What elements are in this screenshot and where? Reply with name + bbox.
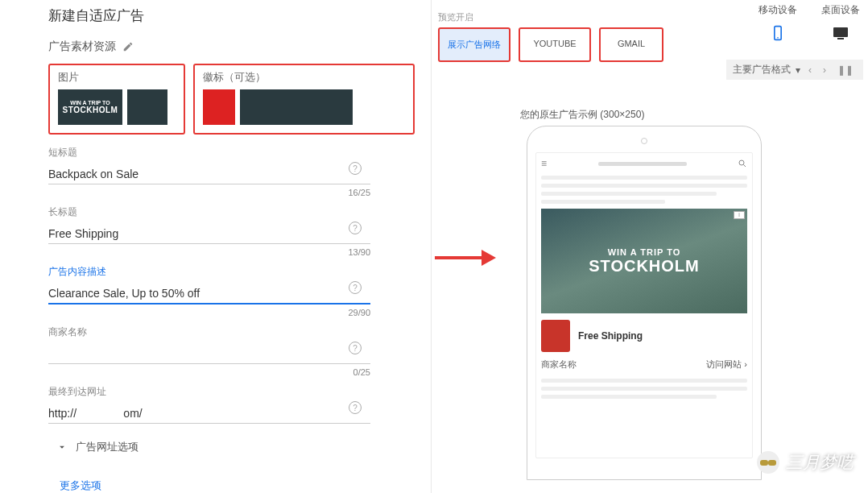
visit-link: 访问网站 › bbox=[706, 358, 747, 371]
svg-line-7 bbox=[743, 165, 746, 168]
business-name-field: 商家名称 ? 0/25 bbox=[48, 325, 415, 377]
final-url-input[interactable] bbox=[48, 404, 370, 424]
mobile-tab[interactable]: 移动设备 bbox=[758, 3, 797, 43]
logo-thumb bbox=[240, 89, 353, 125]
phone-preview: ≡ i WIN A TRIP TOSTOCKHOLM Free Shipping bbox=[527, 126, 762, 480]
page-title: 新建自适应广告 bbox=[48, 6, 415, 25]
ad-logo-preview bbox=[541, 320, 570, 352]
url-options-expand[interactable]: 广告网址选项 bbox=[56, 440, 415, 454]
ad-biz-preview: 商家名称 bbox=[541, 358, 577, 371]
long-headline-field: 长标题 ? 13/90 bbox=[48, 205, 415, 257]
short-headline-field: 短标题 ? 16/25 bbox=[48, 146, 415, 197]
svg-marker-5 bbox=[482, 250, 496, 266]
watermark: 三月梦呓 bbox=[757, 451, 854, 474]
assets-subtitle: 广告素材资源 bbox=[48, 39, 415, 54]
mobile-icon bbox=[770, 23, 786, 43]
ad-info-icon: i bbox=[734, 211, 745, 219]
desktop-icon bbox=[831, 23, 850, 43]
svg-rect-3 bbox=[837, 38, 844, 39]
logo-thumb bbox=[203, 89, 235, 125]
help-icon[interactable]: ? bbox=[349, 401, 362, 414]
short-headline-input[interactable] bbox=[48, 164, 370, 184]
description-input[interactable] bbox=[48, 284, 370, 304]
preview-label: 预览开启 bbox=[438, 11, 473, 23]
ad-image-preview: i WIN A TRIP TOSTOCKHOLM bbox=[541, 209, 747, 313]
preview-caption: 您的原生广告示例 (300×250) bbox=[520, 108, 644, 122]
help-icon[interactable]: ? bbox=[349, 342, 362, 354]
long-headline-input[interactable] bbox=[48, 224, 370, 244]
business-name-input[interactable] bbox=[48, 344, 370, 364]
wechat-icon bbox=[757, 451, 779, 474]
next-icon[interactable]: › bbox=[820, 64, 829, 76]
svg-point-1 bbox=[777, 37, 779, 39]
svg-point-6 bbox=[739, 160, 744, 165]
image-assets-box[interactable]: 图片 WIN A TRIP TOSTOCKHOLM bbox=[48, 64, 185, 135]
hamburger-icon: ≡ bbox=[541, 158, 547, 169]
final-url-field: 最终到达网址 ? bbox=[48, 385, 415, 424]
pencil-icon[interactable] bbox=[122, 41, 134, 52]
image-thumb: WIN A TRIP TOSTOCKHOLM bbox=[58, 89, 122, 125]
description-field: 广告内容描述 ? 29/90 bbox=[48, 265, 415, 317]
help-icon[interactable]: ? bbox=[349, 222, 362, 234]
image-thumb bbox=[127, 89, 167, 125]
help-icon[interactable]: ? bbox=[349, 281, 362, 294]
logo-assets-box[interactable]: 徽标（可选） bbox=[193, 64, 415, 135]
svg-rect-2 bbox=[833, 27, 848, 37]
pause-icon[interactable]: ❚❚ bbox=[834, 64, 857, 76]
tab-gmail[interactable]: GMAIL bbox=[599, 27, 663, 62]
help-icon[interactable]: ? bbox=[349, 162, 362, 175]
ad-title-preview: Free Shipping bbox=[578, 330, 643, 342]
tab-youtube[interactable]: YOUTUBE bbox=[519, 27, 591, 62]
format-dropdown[interactable]: 主要广告格式 ▾ ‹ › ❚❚ bbox=[726, 60, 863, 80]
prev-icon[interactable]: ‹ bbox=[805, 64, 815, 76]
dropdown-icon: ▾ bbox=[796, 64, 800, 76]
search-icon bbox=[738, 159, 747, 168]
tab-display-network[interactable]: 展示广告网络 bbox=[438, 27, 510, 62]
desktop-tab[interactable]: 桌面设备 bbox=[821, 3, 860, 43]
chevron-down-icon bbox=[56, 441, 68, 453]
arrow-annotation bbox=[432, 242, 496, 274]
more-options-link[interactable]: 更多选项 bbox=[60, 478, 415, 493]
